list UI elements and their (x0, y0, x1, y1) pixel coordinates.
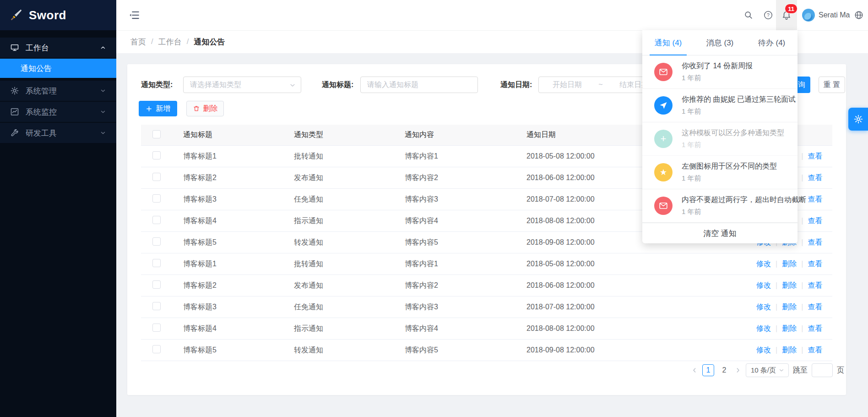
delete-link[interactable]: 删除 (782, 324, 797, 332)
pagination: 1 2 10 条/页 跳至 页 (691, 362, 844, 379)
page-unit-label: 页 (837, 366, 844, 375)
cell-type: 转发通知 (294, 238, 405, 247)
tab-todos[interactable]: 待办 (4) (746, 30, 797, 55)
notification-type-icon (654, 197, 673, 215)
breadcrumb-home[interactable]: 首页 (130, 37, 146, 47)
view-link[interactable]: 查看 (808, 346, 822, 354)
view-link[interactable]: 查看 (808, 174, 822, 181)
view-link[interactable]: 查看 (808, 281, 822, 289)
page-2-button[interactable]: 2 (718, 364, 730, 376)
reset-button[interactable]: 重 置 (819, 77, 845, 93)
search-icon[interactable] (738, 0, 759, 30)
notification-item[interactable]: 内容不要超过两行字，超出时自动截断 1 年前 (642, 189, 797, 223)
add-button[interactable]: 新增 (139, 101, 177, 116)
language-globe-icon[interactable] (849, 0, 868, 30)
notification-item[interactable]: 你推荐的 曲妮妮 已通过第三轮面试 1 年前 (642, 89, 797, 122)
breadcrumb-workbench[interactable]: 工作台 (158, 37, 182, 47)
clear-notifications-button[interactable]: 清空 通知 (642, 223, 797, 243)
view-link[interactable]: 查看 (808, 238, 822, 246)
table-row: 博客标题1 批转通知 博客内容1 2018-05-08 12:00:00 修改|… (141, 253, 832, 275)
settings-button[interactable] (848, 108, 868, 131)
edit-link[interactable]: 修改 (756, 324, 771, 332)
cell-date: 2018-09-08 12:00:00 (526, 346, 756, 354)
cell-type: 任免通知 (294, 195, 405, 204)
view-link[interactable]: 查看 (808, 260, 822, 268)
row-checkbox[interactable] (152, 345, 161, 353)
notification-time: 1 年前 (682, 107, 796, 116)
row-checkbox[interactable] (152, 237, 161, 246)
view-link[interactable]: 查看 (808, 217, 822, 225)
avatar[interactable] (802, 9, 815, 22)
notification-type-icon (654, 63, 673, 81)
page-1-button[interactable]: 1 (702, 364, 714, 376)
row-checkbox[interactable] (152, 302, 161, 310)
delete-link[interactable]: 删除 (782, 260, 797, 268)
sidebar-item-workbench[interactable]: 工作台 (0, 38, 116, 58)
cell-title: 博客标题1 (183, 259, 294, 269)
title-filter-field[interactable] (360, 77, 478, 93)
delete-link[interactable]: 删除 (782, 303, 797, 311)
view-link[interactable]: 查看 (808, 324, 822, 332)
user-name[interactable]: Serati Ma (819, 0, 850, 30)
row-checkbox[interactable] (152, 259, 161, 267)
sidebar-item-label: 系统管理 (26, 86, 57, 96)
view-link[interactable]: 查看 (808, 195, 822, 203)
table-row: 博客标题5 转发通知 博客内容5 2018-09-08 12:00:00 修改|… (141, 340, 832, 361)
type-filter-input[interactable] (184, 77, 301, 93)
notification-item[interactable]: + 这种模板可以区分多种通知类型 1 年前 (642, 122, 797, 156)
notification-time: 1 年前 (682, 141, 784, 149)
prev-page-icon[interactable] (691, 367, 698, 374)
notification-tabs: 通知 (4) 消息 (3) 待办 (4) (642, 30, 797, 55)
notification-type-icon: + (654, 130, 673, 148)
sidebar-item-notice[interactable]: 通知公告 (0, 59, 116, 78)
edit-link[interactable]: 修改 (756, 346, 771, 354)
sidebar-item-system-admin[interactable]: 系统管理 (0, 81, 116, 101)
select-all-checkbox[interactable] (152, 130, 161, 138)
cell-content: 博客内容2 (405, 173, 526, 183)
tab-messages[interactable]: 消息 (3) (694, 30, 746, 55)
edit-link[interactable]: 修改 (756, 303, 771, 311)
view-link[interactable]: 查看 (808, 152, 822, 160)
collapse-menu-icon[interactable] (127, 8, 141, 22)
page-size-select[interactable]: 10 条/页 (746, 363, 789, 377)
chevron-down-icon (100, 88, 106, 94)
chevron-down-icon (778, 367, 785, 373)
notification-item[interactable]: ★ 左侧图标用于区分不同的类型 1 年前 (642, 156, 797, 189)
row-checkbox[interactable] (152, 151, 161, 159)
cell-content: 博客内容4 (405, 324, 526, 334)
sidebar-item-dev-tools[interactable]: 研发工具 (0, 123, 116, 143)
view-link[interactable]: 查看 (808, 303, 822, 311)
row-checkbox[interactable] (152, 280, 161, 289)
notification-badge: 11 (785, 4, 797, 14)
sidebar-item-label: 工作台 (26, 43, 49, 53)
sidebar-item-system-monitor[interactable]: 系统监控 (0, 102, 116, 122)
cell-content: 博客内容1 (405, 152, 526, 161)
trash-icon (193, 105, 200, 112)
delete-link[interactable]: 删除 (782, 346, 797, 354)
next-page-icon[interactable] (734, 367, 742, 374)
row-checkbox[interactable] (152, 173, 161, 181)
delete-button[interactable]: 删除 (186, 101, 224, 116)
edit-link[interactable]: 修改 (756, 260, 771, 268)
notification-title: 这种模板可以区分多种通知类型 (682, 128, 784, 138)
edit-link[interactable]: 修改 (756, 281, 771, 289)
help-icon[interactable]: ? (759, 0, 777, 30)
cell-title: 博客标题3 (183, 195, 294, 204)
cell-type: 转发通知 (294, 346, 405, 355)
tab-notifications[interactable]: 通知 (4) (642, 30, 694, 55)
notification-item[interactable]: 你收到了 14 份新周报 1 年前 (642, 55, 797, 89)
logo[interactable]: Sword (0, 0, 116, 30)
type-filter-select[interactable] (183, 77, 301, 93)
notification-title: 左侧图标用于区分不同的类型 (682, 162, 777, 171)
row-checkbox[interactable] (152, 324, 161, 332)
row-checkbox[interactable] (152, 194, 161, 203)
sidebar-subitem-label: 通知公告 (21, 63, 52, 74)
notification-time: 1 年前 (682, 208, 806, 216)
col-header-title: 通知标题 (183, 130, 294, 140)
table-row: 博客标题3 任免通知 博客内容3 2018-07-08 12:00:00 修改|… (141, 296, 832, 318)
jump-page-input[interactable] (812, 363, 833, 377)
cell-content: 博客内容3 (405, 302, 526, 312)
delete-link[interactable]: 删除 (782, 281, 797, 289)
title-filter-input[interactable] (361, 77, 477, 93)
row-checkbox[interactable] (152, 216, 161, 224)
